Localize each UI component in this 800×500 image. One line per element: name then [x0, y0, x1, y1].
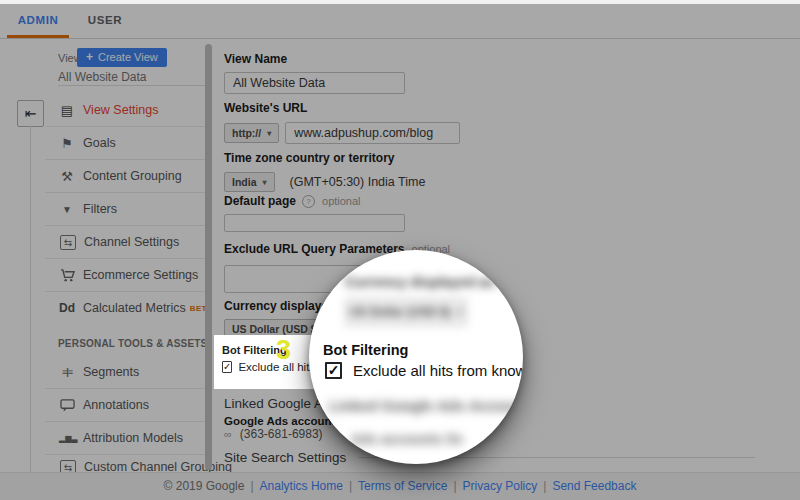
- currency-value: US Dollar (USD $): [232, 323, 320, 335]
- ads-account-row: ∞ (363-681-6983): [224, 427, 323, 441]
- tab-admin[interactable]: ADMIN: [7, 4, 69, 38]
- annotation-icon: [59, 398, 75, 412]
- tools-icon: ⚒: [59, 169, 75, 184]
- separator: |: [543, 479, 546, 493]
- separator: |: [453, 479, 456, 493]
- bot-filtering-section: Bot Filtering 3 ✓ Exclude all hits f: [214, 335, 314, 389]
- plus-icon: +: [86, 50, 93, 64]
- footer-link-feedback[interactable]: Send Feedback: [552, 479, 636, 493]
- separator: |: [349, 479, 352, 493]
- default-page-label-text: Default page: [224, 194, 296, 208]
- protocol-dropdown[interactable]: http://▾: [224, 123, 279, 143]
- footer: © 2019 Google|Analytics Home|Terms of Se…: [0, 472, 800, 500]
- footer-link-terms[interactable]: Terms of Service: [358, 479, 447, 493]
- sidebar-item-segments[interactable]: ≡|≡ Segments: [45, 356, 205, 388]
- current-view-name: All Website Data: [58, 70, 146, 84]
- sidebar-item-content-grouping[interactable]: ⚒ Content Grouping: [45, 159, 205, 192]
- magnified-checkbox-row: ✓ Exclude all hits from known bot: [325, 362, 523, 379]
- chevron-down-icon: ▾: [263, 178, 267, 187]
- sidebar-item-label: Annotations: [83, 398, 149, 412]
- calculated-metrics-icon: Dd: [59, 301, 75, 315]
- segments-icon: ≡|≡: [59, 367, 75, 377]
- footer-link-privacy[interactable]: Privacy Policy: [463, 479, 538, 493]
- funnel-icon: ▼: [59, 204, 75, 215]
- sidebar-item-channel-settings[interactable]: ⇆ Channel Settings: [45, 225, 205, 258]
- ads-account-number: (363-681-6983): [240, 427, 323, 441]
- step-number-badge: 3: [276, 337, 291, 363]
- sidebar-item-label: Calculated Metrics: [83, 301, 186, 315]
- back-arrow-icon: ⇤: [25, 105, 37, 121]
- sidebar-item-label: Ecommerce Settings: [83, 268, 198, 282]
- timezone-value: (GMT+05:30) India Time: [290, 175, 426, 189]
- sidebar-item-calculated-metrics[interactable]: Dd Calculated Metrics BETA: [45, 291, 205, 324]
- sidebar-item-label: Goals: [83, 136, 116, 150]
- site-search-heading-text: Site Search Settings: [224, 450, 346, 465]
- sidebar-item-label: Filters: [83, 202, 117, 216]
- site-search-heading: Site Search Settings: [224, 450, 755, 465]
- divider: [58, 85, 205, 86]
- default-page-input[interactable]: [224, 214, 405, 232]
- chevron-down-icon: ▾: [458, 307, 463, 317]
- sidebar-menu: ▤ View Settings ⚑ Goals ⚒ Content Groupi…: [45, 94, 205, 498]
- admin-user-tabbar: ADMIN USER: [0, 4, 800, 39]
- default-page-label: Default page?optional: [224, 194, 405, 208]
- sidebar-item-label: View Settings: [83, 103, 159, 117]
- exclude-params-label-text: Exclude URL Query Parameters: [224, 242, 405, 256]
- sidebar-item-label: Channel Settings: [84, 235, 179, 249]
- footer-link-analytics-home[interactable]: Analytics Home: [260, 479, 343, 493]
- sidebar-item-label: Attribution Models: [83, 431, 183, 445]
- sidebar-item-filters[interactable]: ▼ Filters: [45, 192, 205, 225]
- bot-filtering-checkbox[interactable]: ✓: [222, 361, 232, 373]
- magnified-currency-label-text: Currency displayed as: [345, 274, 494, 290]
- timezone-label: Time zone country or territory: [224, 151, 425, 165]
- magnified-blurred-text: Ads accounts lin: [351, 431, 463, 447]
- magnifier-zoom-circle: Currency displayed as? US Dollar (USD $)…: [309, 250, 523, 464]
- chevron-down-icon: ▾: [267, 129, 271, 138]
- collapse-panel-button[interactable]: ⇤: [17, 100, 44, 127]
- copyright-text: © 2019 Google: [164, 479, 245, 493]
- help-icon[interactable]: ?: [302, 195, 315, 208]
- bot-filtering-label: Bot Filtering: [222, 344, 314, 356]
- check-icon: ✓: [328, 362, 340, 378]
- sidebar-item-label: Content Grouping: [83, 169, 182, 183]
- ga-admin-page: { "colors": { "accent_blue": "#4285f4", …: [0, 0, 800, 500]
- channel-icon: ⇆: [60, 235, 76, 250]
- magnified-currency-value: US Dollar (USD $): [350, 305, 451, 319]
- sidebar-scrollbar[interactable]: [205, 44, 212, 470]
- create-view-button[interactable]: +Create View: [77, 48, 167, 67]
- magnified-blurred-text: Linked Google Ads Accoun: [329, 397, 523, 414]
- cart-icon: [59, 268, 75, 282]
- personal-tools-section-header: PERSONAL TOOLS & ASSETS: [45, 330, 205, 356]
- magnified-currency-label: Currency displayed as?: [345, 274, 515, 291]
- separator: |: [250, 479, 253, 493]
- website-url-label: Website's URL: [224, 101, 460, 115]
- bar-chart-icon: ▂▆▃: [59, 434, 75, 443]
- sidebar-item-annotations[interactable]: Annotations: [45, 388, 205, 421]
- panel-divider: [30, 126, 31, 472]
- create-view-label: Create View: [98, 51, 158, 63]
- optional-tag: optional: [322, 195, 361, 207]
- magnified-currency-dropdown: US Dollar (USD $)▾: [345, 298, 467, 326]
- sidebar-item-view-settings[interactable]: ▤ View Settings: [45, 94, 205, 126]
- tab-user[interactable]: USER: [74, 4, 136, 35]
- timezone-section: Time zone country or territory India▾ (G…: [224, 145, 425, 192]
- section-header-label: PERSONAL TOOLS & ASSETS: [58, 338, 207, 349]
- website-url-section: Website's URL http://▾: [224, 95, 460, 144]
- sidebar-item-attribution-models[interactable]: ▂▆▃ Attribution Models: [45, 421, 205, 454]
- view-name-input[interactable]: [224, 72, 405, 94]
- magnified-checkbox-label: Exclude all hits from known bot: [353, 362, 523, 379]
- check-icon: ✓: [223, 361, 231, 372]
- sidebar-item-label: Segments: [83, 365, 139, 379]
- country-value: India: [232, 176, 257, 188]
- default-page-section: Default page?optional: [224, 188, 405, 232]
- magnified-bot-filtering-label: Bot Filtering: [323, 342, 408, 358]
- protocol-value: http://: [232, 127, 261, 139]
- sidebar-item-ecommerce-settings[interactable]: Ecommerce Settings: [45, 258, 205, 291]
- view-name-section: View Name: [224, 46, 405, 94]
- website-url-input[interactable]: [285, 122, 460, 144]
- magnified-checkbox: ✓: [325, 362, 342, 379]
- flag-icon: ⚑: [59, 136, 75, 151]
- sidebar-item-goals[interactable]: ⚑ Goals: [45, 126, 205, 159]
- document-icon: ▤: [59, 103, 75, 118]
- help-icon: ?: [500, 276, 515, 291]
